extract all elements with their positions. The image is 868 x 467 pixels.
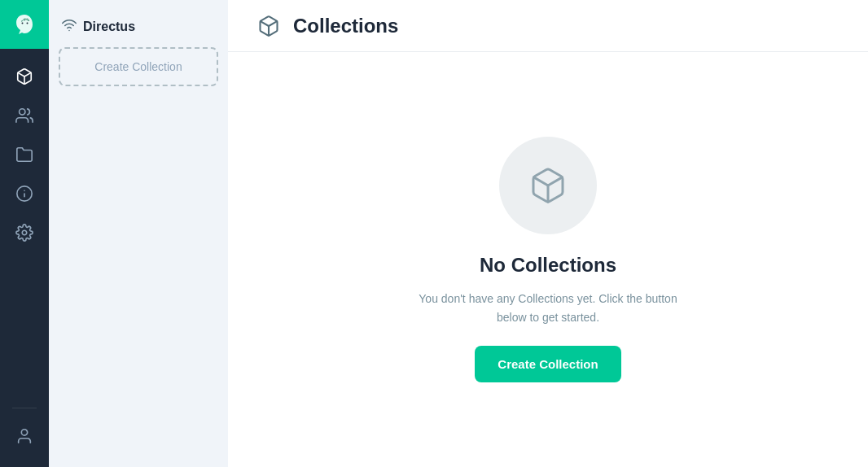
sidebar-item-profile[interactable] [7,418,42,454]
sidebar-item-users[interactable] [7,98,42,133]
empty-state: No Collections You don't have any Collec… [228,52,868,467]
svg-point-7 [22,230,27,235]
sidebar: Directus Create Collection [49,0,228,467]
nav-bottom [7,404,42,467]
empty-state-icon-circle [499,137,597,234]
sidebar-item-collections[interactable] [7,59,42,94]
nav-items [7,49,42,404]
nav-divider [12,408,37,408]
sidebar-header-icon [62,20,77,34]
sidebar-create-collection-button[interactable]: Create Collection [59,47,218,86]
sidebar-item-files[interactable] [7,137,42,172]
svg-point-3 [20,109,25,115]
svg-point-8 [21,430,27,435]
main-content: Collections No Collections You don't hav… [228,0,868,467]
nav-logo[interactable] [0,0,49,49]
empty-state-description: You don't have any Collections yet. Clic… [418,290,678,326]
sidebar-item-settings[interactable] [7,215,42,251]
svg-point-1 [27,23,28,24]
page-title: Collections [293,15,398,37]
nav-bar [0,0,49,467]
collections-icon [254,11,283,41]
sidebar-item-info[interactable] [7,176,42,212]
app-title: Directus [83,20,135,34]
main-header: Collections [228,0,868,52]
svg-point-0 [22,23,24,24]
sidebar-header: Directus [59,13,218,41]
empty-state-title: No Collections [480,254,616,277]
create-collection-button[interactable]: Create Collection [475,346,620,382]
empty-cube-icon [528,166,568,205]
